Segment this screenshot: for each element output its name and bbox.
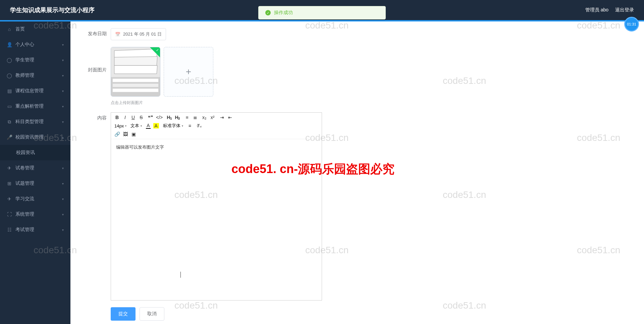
sidebar-item-profile[interactable]: 👤 个人中心 ▾: [0, 37, 70, 52]
caret-icon: ▾: [182, 124, 183, 127]
sidebar-item-label: 科目类型管理: [15, 119, 44, 125]
sidebar-item-subject[interactable]: ⧉ 科目类型管理 ▾: [0, 114, 70, 129]
label-content: 内容: [84, 112, 111, 121]
chevron-down-icon: ▾: [62, 105, 64, 108]
sidebar-item-label: 考试管理: [15, 227, 34, 233]
cancel-button[interactable]: 取消: [140, 307, 164, 321]
sidebar-item-label: 学习交流: [15, 196, 34, 202]
sidebar-item-teacher[interactable]: ◯ 教师管理 ▾: [0, 68, 70, 83]
image-button[interactable]: 🖼: [123, 131, 128, 137]
rich-text-editor: B I U S ❝❞ </> H₁ H₂: [111, 112, 322, 301]
sidebar-item-campus-news[interactable]: 🎤 校园资讯管理 ▴: [0, 129, 70, 145]
chevron-down-icon: ▾: [62, 166, 64, 170]
sidebar-item-label: 个人中心: [15, 42, 34, 48]
copy-icon: ⧉: [7, 119, 12, 124]
chevron-down-icon: ▾: [62, 182, 64, 185]
strike-button[interactable]: S: [139, 115, 144, 120]
h2-button[interactable]: H₂: [175, 115, 180, 120]
paragraph-select[interactable]: 文本 ▾: [130, 123, 142, 129]
logout-link[interactable]: 退出登录: [615, 7, 634, 13]
subscript-button[interactable]: x₂: [202, 115, 207, 120]
quote-button[interactable]: ❝❞: [148, 115, 153, 120]
sidebar-item-label: 校园资讯管理: [15, 134, 44, 140]
sidebar-item-exam[interactable]: ☷ 考试管理 ▾: [0, 222, 70, 237]
upload-hint: 点击上传封面图片: [111, 100, 631, 106]
sidebar-item-question[interactable]: ⊞ 试题管理 ▾: [0, 176, 70, 191]
chevron-down-icon: ▾: [62, 120, 64, 124]
uploaded-image-thumb[interactable]: [111, 47, 160, 97]
editor-body[interactable]: 编辑器可以发布图片文字: [111, 139, 322, 300]
check-icon: ✓: [265, 10, 271, 15]
chevron-down-icon: ▾: [62, 74, 64, 77]
layers-icon: ☷: [7, 227, 12, 232]
label-cover: 封面图片: [84, 47, 111, 73]
admin-label[interactable]: 管理员 abo: [585, 7, 608, 13]
outdent-button[interactable]: ⇤: [227, 115, 233, 120]
chevron-down-icon: ▾: [62, 197, 64, 201]
ordered-list-button[interactable]: ≡: [184, 115, 190, 120]
main-content: 发布日期 📅 2021 年 05 月 01 日 封面图片: [70, 21, 644, 324]
font-family-select[interactable]: 标准字体 ▾: [163, 123, 183, 129]
clear-format-button[interactable]: Tₓ: [197, 123, 202, 128]
plus-icon: +: [186, 66, 191, 77]
timer-badge: 01:31: [624, 17, 639, 32]
date-input[interactable]: 📅 2021 年 05 月 01 日: [111, 28, 166, 40]
sidebar-item-analysis[interactable]: ▭ 重点解析管理 ▾: [0, 99, 70, 114]
row-publish-date: 发布日期 📅 2021 年 05 月 01 日: [84, 28, 631, 40]
align-button[interactable]: ≡: [187, 123, 193, 128]
italic-button[interactable]: I: [122, 115, 128, 120]
upload-success-badge: [150, 47, 160, 57]
text-color-button[interactable]: A: [146, 123, 150, 129]
caret-icon: ▾: [141, 124, 142, 127]
link-button[interactable]: 🔗: [114, 131, 120, 137]
sidebar-item-label: 重点解析管理: [15, 103, 44, 109]
app-title: 学生知识成果展示与交流小程序: [10, 6, 95, 14]
sidebar-subitem-campus-news[interactable]: 校园资讯: [0, 145, 70, 160]
compass-icon: ◯: [7, 57, 12, 63]
superscript-button[interactable]: x²: [210, 115, 215, 120]
sidebar-item-exchange[interactable]: ✈ 学习交流 ▾: [0, 191, 70, 207]
calendar-icon: 📅: [115, 32, 120, 37]
sidebar-item-label: 试题管理: [15, 180, 34, 186]
sidebar-item-label: 校园资讯: [16, 150, 35, 156]
doc-icon: ▭: [7, 104, 12, 109]
sidebar-item-course[interactable]: ▤ 课程信息管理 ▾: [0, 83, 70, 99]
h1-button[interactable]: H₁: [167, 115, 172, 120]
sidebar-item-student[interactable]: ◯ 学生管理 ▾: [0, 52, 70, 68]
video-button[interactable]: ▣: [131, 131, 136, 137]
chevron-down-icon: ▾: [62, 228, 64, 232]
success-toast: ✓ 操作成功: [258, 6, 386, 19]
font-size-select[interactable]: 14px ▾: [114, 123, 126, 128]
home-icon: ⌂: [7, 26, 12, 32]
submit-button[interactable]: 提交: [111, 307, 136, 321]
svg-rect-6: [113, 84, 158, 87]
upload-add-button[interactable]: +: [164, 47, 213, 97]
chevron-down-icon: ▾: [62, 89, 64, 93]
header-actions: 管理员 abo 退出登录: [585, 7, 634, 13]
sidebar: ⌂ 首页 👤 个人中心 ▾ ◯ 学生管理 ▾ ◯ 教师管理 ▾ ▤ 课程信息管理…: [0, 21, 70, 324]
svg-marker-2: [114, 57, 157, 66]
label-publish-date: 发布日期: [84, 28, 111, 37]
expand-icon: ⛶: [7, 212, 12, 217]
upload-area: +: [111, 47, 631, 97]
text-cursor: [180, 272, 181, 278]
sidebar-item-home[interactable]: ⌂ 首页: [0, 21, 70, 37]
chevron-down-icon: ▾: [62, 43, 64, 47]
sidebar-item-paper[interactable]: ✈ 试卷管理 ▾: [0, 160, 70, 176]
date-value: 2021 年 05 月 01 日: [123, 31, 162, 37]
underline-button[interactable]: U: [130, 115, 136, 120]
bold-button[interactable]: B: [114, 115, 120, 120]
sidebar-item-label: 系统管理: [15, 211, 34, 217]
sidebar-item-system[interactable]: ⛶ 系统管理 ▾: [0, 207, 70, 222]
svg-marker-3: [114, 65, 157, 74]
caret-icon: ▾: [125, 124, 126, 127]
bg-color-button[interactable]: A: [153, 123, 159, 128]
chevron-down-icon: ▾: [62, 213, 64, 216]
code-button[interactable]: </>: [156, 115, 163, 120]
user-icon: 👤: [7, 42, 12, 47]
submenu-campus-news: 校园资讯: [0, 145, 70, 160]
row-content: 内容 B I U S ❝❞ </>: [84, 112, 631, 301]
indent-button[interactable]: ⇥: [219, 115, 225, 120]
sidebar-item-label: 课程信息管理: [15, 88, 44, 94]
unordered-list-button[interactable]: ≣: [193, 115, 198, 120]
